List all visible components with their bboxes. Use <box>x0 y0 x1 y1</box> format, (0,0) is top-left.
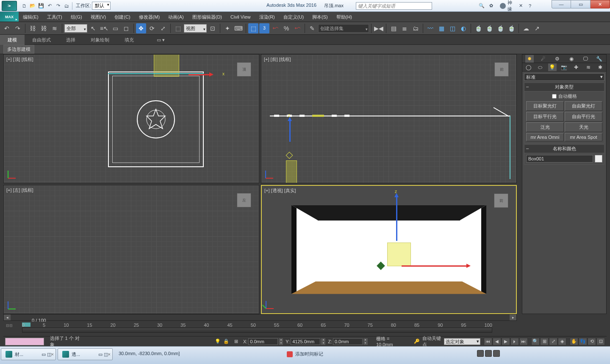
rollout-objecttype-header[interactable]: 对象类型 <box>524 83 604 91</box>
gizmo-x-axis[interactable] <box>189 74 212 75</box>
btn-omni[interactable]: 泛光 <box>526 122 564 132</box>
viewport-persp-label[interactable]: [+] [透视] [真实] <box>264 188 296 194</box>
time-tag-icon[interactable] <box>287 351 293 357</box>
tab-display-icon[interactable]: 🖵 <box>581 55 590 63</box>
viewport-scrollbar[interactable]: ◂ 0 / 100 ▸ <box>3 314 517 321</box>
search-box[interactable] <box>356 2 432 10</box>
ribbon-tab-selection[interactable]: 选择 <box>58 35 83 45</box>
btn-target-direct[interactable]: 目标平行光 <box>526 112 564 121</box>
tray-1-icon[interactable] <box>477 350 484 357</box>
bind-spacewarp-icon[interactable]: ≋ <box>50 23 60 33</box>
favorites-icon[interactable]: ✕ <box>517 2 524 10</box>
max-viewport-icon[interactable]: ⊡ <box>596 338 605 345</box>
next-frame-icon[interactable]: ⏵ <box>510 338 519 345</box>
cat-spacewarps-icon[interactable]: ≋ <box>584 63 593 71</box>
autokey-button[interactable]: 自动关键点 <box>422 335 442 348</box>
viewport-front[interactable]: [+] [前] [线框] 前 z <box>261 54 517 183</box>
menu-civilview[interactable]: Civil View <box>226 12 255 22</box>
autogrid-checkbox[interactable]: 自动栅格 <box>526 93 602 99</box>
coord-x-spinner[interactable]: ▴▾ <box>279 338 283 345</box>
render-icon[interactable]: 🍵 <box>495 23 505 33</box>
undo-icon[interactable]: ↶ <box>2 23 12 33</box>
qat-open-icon[interactable]: 📂 <box>29 2 36 10</box>
menu-create[interactable]: 创建(C) <box>110 12 134 22</box>
goto-start-icon[interactable]: ⏮ <box>484 338 492 345</box>
help-icon[interactable]: ? <box>526 2 534 10</box>
render-iterate-icon[interactable]: 🍵 <box>506 23 516 33</box>
menu-animation[interactable]: 动画(A) <box>164 12 188 22</box>
timeline[interactable]: ⊟⊟ 0510152025303540455055606570758085909… <box>3 322 607 334</box>
cat-geometry-icon[interactable]: ◯ <box>524 63 532 71</box>
gizmo-z-axis[interactable] <box>289 118 291 142</box>
btn-free-direct[interactable]: 自由平行光 <box>565 112 602 121</box>
workspace-dropdown[interactable]: 默认 <box>92 2 111 10</box>
btn-target-spot[interactable]: 目标聚光灯 <box>526 101 564 111</box>
cat-lights-icon[interactable]: 💡 <box>548 63 557 71</box>
selection-filter-dropdown[interactable]: 全部 <box>64 24 87 33</box>
object-color-swatch[interactable] <box>595 155 602 163</box>
qat-new-icon[interactable]: 🗋 <box>20 2 28 10</box>
select-window-icon[interactable]: ◻ <box>121 23 131 33</box>
qat-save-icon[interactable]: 💾 <box>37 2 45 10</box>
play-icon[interactable]: ▶ <box>502 338 510 345</box>
cat-cameras-icon[interactable]: 📷 <box>560 63 568 71</box>
angle-snap-icon[interactable]: ⬿ <box>270 23 280 33</box>
manipulate-icon[interactable]: ✦ <box>222 23 233 33</box>
material-editor-icon[interactable]: ◐ <box>458 23 469 33</box>
timeline-config-icon[interactable]: ⊟⊟ <box>6 323 13 328</box>
layers-icon[interactable]: ≣ <box>399 23 410 33</box>
subcategory-dropdown[interactable]: 标准 <box>524 73 604 81</box>
coord-y-spinner[interactable]: ▴▾ <box>321 338 325 345</box>
viewport-front-label[interactable]: [+] [前] [线框] <box>264 56 291 63</box>
time-tag-label[interactable]: 添加时间标记 <box>295 351 323 357</box>
rollout-namecolor-header[interactable]: 名称和颜色 <box>524 144 604 153</box>
unlink-icon[interactable]: ⛓̸ <box>39 23 49 33</box>
viewport-perspective[interactable]: [+] [透视] [真实] 前 z <box>261 185 517 314</box>
link-icon[interactable]: ⛓ <box>28 23 38 33</box>
keyboard-shortcut-icon[interactable]: ⌨ <box>233 23 244 33</box>
coord-x-input[interactable]: 0.0mm <box>248 338 278 345</box>
task-material[interactable]: 材... ▭ ◫ × <box>1 348 56 360</box>
orbit-icon[interactable]: ⟲ <box>588 338 596 345</box>
ribbon-tab-objectpaint[interactable]: 对象绘制 <box>83 35 117 45</box>
coord-z-spinner[interactable]: ▴▾ <box>363 338 368 345</box>
task-perspective[interactable]: 透... ▭ ◫ × <box>58 348 113 360</box>
ribbon-tab-freeform[interactable]: 自由形式 <box>25 35 58 45</box>
viewport-left[interactable]: [+] [左] [线框] 左 <box>3 185 259 314</box>
minimize-button[interactable]: — <box>552 0 571 8</box>
menu-grapheditors[interactable]: 图形编辑器(D) <box>188 12 226 22</box>
layer-explorer-icon[interactable]: 🗂 <box>410 23 421 33</box>
scroll-right-icon[interactable]: ▸ <box>510 314 516 320</box>
menu-customize[interactable]: 自定义(U) <box>279 12 308 22</box>
selection-lock-icon[interactable]: 💡 <box>215 339 221 344</box>
maximize-button[interactable]: ▭ <box>571 0 591 8</box>
menu-view[interactable]: 视图(V) <box>86 12 111 22</box>
close-button[interactable]: ✕ <box>591 0 610 8</box>
scroll-left-icon[interactable]: ◂ <box>4 314 11 320</box>
qat-project-icon[interactable]: 🗂 <box>63 2 70 10</box>
zoom-all-icon[interactable]: ⊞ <box>540 338 549 345</box>
select-rect-icon[interactable]: ▭ <box>110 23 120 33</box>
menu-render[interactable]: 渲染(R) <box>255 12 279 22</box>
object-name-input[interactable] <box>526 155 593 163</box>
tray-3-icon[interactable] <box>493 350 500 357</box>
tab-hierarchy-icon[interactable]: ⚙ <box>553 55 562 63</box>
cat-shapes-icon[interactable]: ⬭ <box>536 63 544 71</box>
prev-frame-icon[interactable]: ◀ <box>493 338 501 345</box>
btn-skylight[interactable]: 天光 <box>565 122 602 132</box>
gizmo-z-persp[interactable] <box>396 194 397 241</box>
curve-editor-icon[interactable]: 〰 <box>425 23 435 33</box>
zoom-icon[interactable]: 🔍 <box>531 338 540 345</box>
search-input[interactable] <box>356 3 432 9</box>
viewport-top[interactable]: [+] [顶] [线框] 顶 x <box>3 54 259 183</box>
key-mode-icon[interactable]: 🔑 <box>414 339 420 344</box>
named-selection-dropdown[interactable]: 创建选择集 <box>318 24 369 33</box>
coord-z-input[interactable]: 0.0mm <box>333 338 363 345</box>
app-logo-icon[interactable]: 3▸ <box>2 1 17 11</box>
tab-modify-icon[interactable]: ☄ <box>539 55 548 63</box>
snap-2d-icon[interactable]: ⬚ <box>248 23 258 33</box>
viewcube-front[interactable]: 前 <box>494 62 509 77</box>
tray-2-icon[interactable] <box>485 350 492 357</box>
percent-snap-icon[interactable]: % <box>281 23 291 33</box>
render-setup-icon[interactable]: 🍵 <box>473 23 483 33</box>
